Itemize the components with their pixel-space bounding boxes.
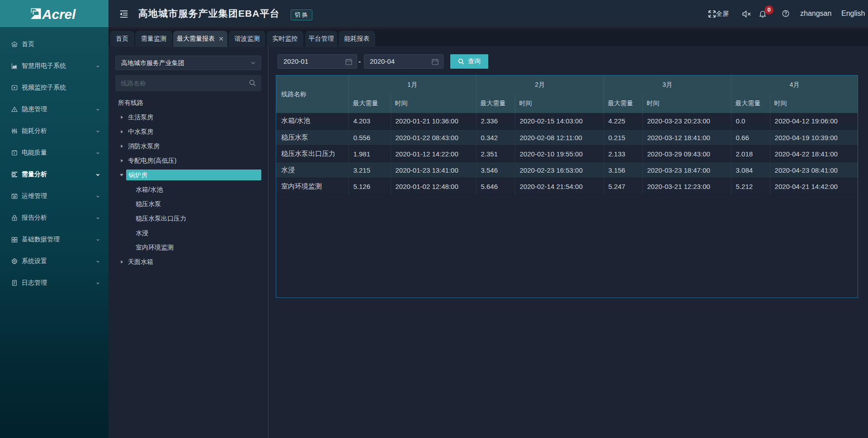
svg-text:Acrel: Acrel — [42, 8, 76, 22]
